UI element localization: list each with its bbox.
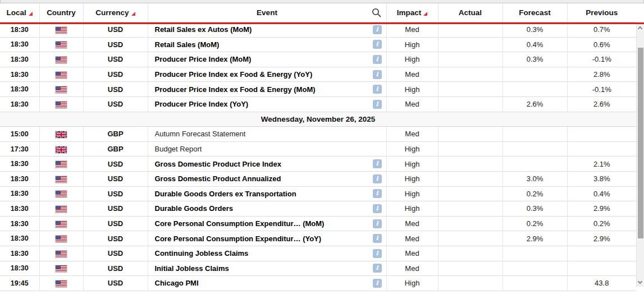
- event-row[interactable]: 18:30USDProducer Price Index (MoM)iHigh0…: [0, 52, 636, 67]
- country-cell: [39, 186, 83, 201]
- info-icon[interactable]: i: [373, 234, 382, 243]
- event-cell[interactable]: Core Personal Consumption Expenditur… (M…: [148, 216, 386, 231]
- currency-cell: USD: [83, 52, 148, 67]
- event-cell[interactable]: Producer Price Index ex Food & Energy (M…: [148, 82, 386, 97]
- vertical-scrollbar[interactable]: [636, 24, 644, 287]
- previous-cell: 3.8%: [567, 171, 636, 186]
- previous-cell: -0.1%: [567, 82, 636, 97]
- event-cell[interactable]: Retail Sales (MoM)i: [148, 37, 386, 52]
- event-name: Autumn Forecast Statement: [155, 130, 246, 138]
- event-row[interactable]: 18:30USDDurable Goods Orders ex Transpor…: [0, 186, 636, 201]
- col-header-impact[interactable]: Impact: [386, 3, 438, 22]
- event-row[interactable]: 18:30USDCore Personal Consumption Expend…: [0, 216, 636, 231]
- event-cell[interactable]: Durable Goods Ordersi: [148, 201, 386, 217]
- col-header-currency[interactable]: Currency: [83, 3, 148, 22]
- chevron-down-icon: [638, 279, 642, 284]
- event-name: Chicago PMI: [155, 279, 199, 287]
- impact-cell: Med: [386, 246, 438, 261]
- forecast-cell: [503, 127, 567, 142]
- info-icon[interactable]: i: [373, 159, 382, 168]
- info-icon[interactable]: i: [373, 25, 382, 34]
- currency-cell: USD: [83, 231, 148, 246]
- event-cell[interactable]: Gross Domestic Product Annualizedi: [148, 171, 386, 186]
- event-row[interactable]: 18:30USDCore Personal Consumption Expend…: [0, 231, 636, 246]
- event-row[interactable]: 17:30GBPBudget ReportHigh: [0, 141, 636, 157]
- event-cell[interactable]: Gross Domestic Product Price Indexi: [148, 157, 386, 172]
- previous-cell: [567, 127, 636, 142]
- col-header-local[interactable]: Local: [0, 3, 39, 22]
- impact-cell: Med: [386, 96, 438, 112]
- currency-cell: USD: [83, 246, 148, 261]
- event-cell[interactable]: Continuing Jobless Claimsi: [148, 246, 386, 261]
- col-header-forecast[interactable]: Forecast: [503, 3, 567, 22]
- info-icon[interactable]: i: [373, 85, 382, 94]
- forecast-cell: [503, 157, 567, 172]
- event-row[interactable]: 18:30USDProducer Price Index (YoY)iMed2.…: [0, 96, 636, 112]
- event-row[interactable]: 18:30USDRetail Sales ex Autos (MoM)iMed0…: [0, 22, 636, 38]
- event-row[interactable]: 18:30USDDurable Goods OrdersiHigh0.3%2.9…: [0, 201, 636, 217]
- event-cell[interactable]: Producer Price Index (YoY)i: [148, 96, 386, 112]
- impact-cell: Med: [386, 231, 438, 246]
- search-icon[interactable]: [371, 7, 382, 18]
- event-row[interactable]: 18:30USDRetail Sales (MoM)iHigh0.4%0.6%: [0, 37, 636, 52]
- col-header-event[interactable]: Event: [148, 3, 386, 22]
- event-cell[interactable]: Producer Price Index ex Food & Energy (Y…: [148, 67, 386, 82]
- us-flag-icon: [56, 27, 67, 34]
- event-cell[interactable]: Initial Jobless Claimsi: [148, 261, 386, 276]
- info-icon[interactable]: i: [373, 100, 382, 109]
- info-icon[interactable]: i: [373, 55, 382, 64]
- event-cell[interactable]: Durable Goods Orders ex Transportationi: [148, 186, 386, 201]
- col-header-previous[interactable]: Previous: [567, 3, 636, 22]
- time-cell: 18:30: [0, 186, 39, 201]
- event-row[interactable]: 18:30USDProducer Price Index ex Food & E…: [0, 82, 636, 97]
- event-cell[interactable]: Producer Price Index (MoM)i: [148, 52, 386, 67]
- info-icon[interactable]: i: [373, 174, 382, 183]
- sort-icon: [423, 12, 427, 16]
- time-cell: 18:30: [0, 216, 39, 231]
- event-row[interactable]: 19:45USDChicago PMIiHigh43.8: [0, 276, 636, 291]
- event-name: Continuing Jobless Claims: [155, 249, 249, 257]
- info-icon[interactable]: i: [373, 189, 382, 198]
- sort-icon: [29, 12, 33, 16]
- info-icon[interactable]: i: [373, 219, 382, 228]
- info-icon[interactable]: i: [373, 204, 382, 213]
- info-icon[interactable]: i: [373, 264, 382, 273]
- event-cell[interactable]: Chicago PMIi: [148, 276, 386, 291]
- time-cell: 18:30: [0, 231, 39, 246]
- actual-cell: [438, 171, 503, 186]
- event-row[interactable]: 18:30USDProducer Price Index ex Food & E…: [0, 67, 636, 82]
- event-row[interactable]: 18:30USDGross Domestic Product Annualize…: [0, 171, 636, 186]
- col-header-country[interactable]: Country: [39, 3, 83, 22]
- scroll-up-button[interactable]: [637, 24, 644, 32]
- forecast-cell: [503, 276, 567, 291]
- time-cell: 15:00: [0, 127, 39, 142]
- event-row[interactable]: 15:00GBPAutumn Forecast StatementMed: [0, 127, 636, 142]
- currency-cell: USD: [83, 82, 148, 97]
- us-flag-icon: [56, 42, 67, 48]
- impact-cell: Med: [386, 67, 438, 82]
- country-cell: [39, 67, 83, 82]
- event-cell[interactable]: Core Personal Consumption Expenditur… (Y…: [148, 231, 386, 246]
- scroll-thumb[interactable]: [638, 48, 643, 238]
- impact-cell: Med: [386, 22, 438, 38]
- currency-cell: USD: [83, 186, 148, 201]
- us-flag-icon: [56, 57, 67, 63]
- country-cell: [39, 231, 83, 246]
- info-icon[interactable]: i: [373, 40, 382, 49]
- event-row[interactable]: 18:30USDContinuing Jobless ClaimsiMed: [0, 246, 636, 261]
- info-icon[interactable]: i: [373, 70, 382, 79]
- event-cell[interactable]: Budget Report: [148, 141, 386, 157]
- event-cell[interactable]: Autumn Forecast Statement: [148, 127, 386, 142]
- event-row[interactable]: 18:30USDGross Domestic Product Price Ind…: [0, 157, 636, 172]
- info-icon[interactable]: i: [373, 279, 382, 288]
- economic-calendar: Local Country Currency Event Impact Actu…: [0, 0, 644, 299]
- info-icon[interactable]: i: [373, 249, 382, 258]
- time-cell: 18:30: [0, 171, 39, 186]
- forecast-cell: 2.6%: [503, 96, 567, 112]
- event-cell[interactable]: Retail Sales ex Autos (MoM)i: [148, 22, 386, 38]
- scroll-down-button[interactable]: [637, 279, 644, 287]
- impact-cell: High: [386, 186, 438, 201]
- event-row[interactable]: 18:30USDInitial Jobless ClaimsiMed: [0, 261, 636, 276]
- time-cell: 18:30: [0, 67, 39, 82]
- col-header-actual[interactable]: Actual: [438, 3, 503, 22]
